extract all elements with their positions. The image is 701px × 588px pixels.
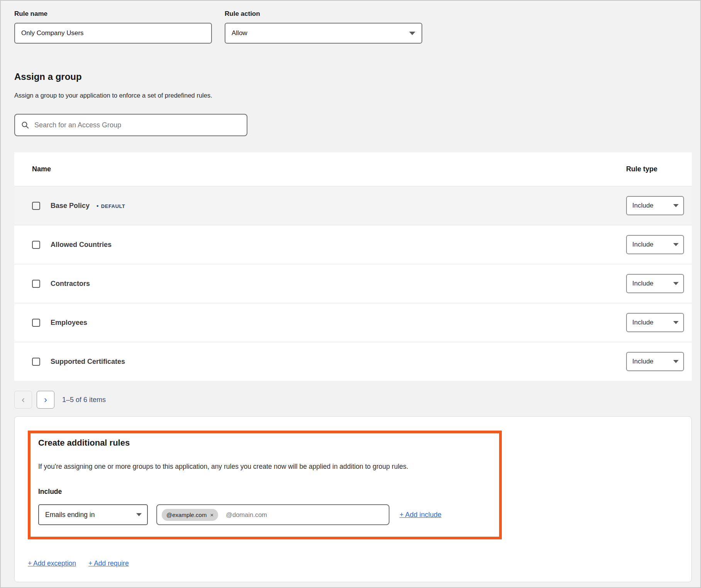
pagination: ‹ › 1–5 of 6 items xyxy=(14,391,690,409)
row-ruletype-cell: Include xyxy=(626,274,692,293)
row-name-cell: Base Policy •DEFAULT xyxy=(14,202,626,210)
row-name-cell: Supported Certificates xyxy=(14,358,626,366)
search-input[interactable] xyxy=(34,121,240,129)
add-include-link[interactable]: + Add include xyxy=(400,511,442,519)
search-icon xyxy=(21,121,29,129)
table-row-employees: Employees Include xyxy=(14,303,692,342)
chevron-down-icon xyxy=(136,513,142,516)
row-name-cell: Contractors xyxy=(14,280,626,288)
rule-name-field-group: Rule name xyxy=(14,10,212,44)
table-row-base-policy: Base Policy •DEFAULT Include xyxy=(14,186,692,225)
previous-page-button[interactable]: ‹ xyxy=(14,391,32,409)
rule-type-value: Include xyxy=(632,241,654,248)
table-header-row: Name Rule type xyxy=(14,152,692,186)
table-row-contractors: Contractors Include xyxy=(14,264,692,303)
chevron-down-icon xyxy=(673,282,679,285)
chevron-down-icon xyxy=(673,360,679,363)
email-domain-input[interactable] xyxy=(226,511,384,519)
add-require-link[interactable]: + Add require xyxy=(88,559,129,568)
row-ruletype-cell: Include xyxy=(626,235,692,254)
chevron-down-icon xyxy=(409,32,415,35)
rule-criteria-select[interactable]: Emails ending in xyxy=(38,504,148,525)
rule-form: Rule name Rule action Allow xyxy=(14,10,690,44)
rule-type-dropdown[interactable]: Include xyxy=(626,274,684,293)
name-column-header: Name xyxy=(32,165,51,173)
rule-action-select[interactable]: Allow xyxy=(225,23,422,44)
name-column-header-cell: Name xyxy=(14,165,626,173)
group-name: Employees xyxy=(51,319,87,327)
row-name-cell: Allowed Countries xyxy=(14,241,626,249)
pagination-summary: 1–5 of 6 items xyxy=(62,396,106,404)
badge-dot: • xyxy=(97,203,99,209)
chevron-left-icon: ‹ xyxy=(22,394,25,405)
table-row-supported-certificates: Supported Certificates Include xyxy=(14,342,692,381)
next-page-button[interactable]: › xyxy=(37,391,54,409)
table-row-allowed-countries: Allowed Countries Include xyxy=(14,225,692,264)
chevron-down-icon xyxy=(673,243,679,246)
ruletype-column-header-cell: Rule type xyxy=(626,165,692,173)
chevron-down-icon xyxy=(673,204,679,207)
ruletype-column-header: Rule type xyxy=(626,165,657,173)
rule-action-field-group: Rule action Allow xyxy=(225,10,422,44)
row-checkbox[interactable] xyxy=(32,202,40,210)
default-badge: •DEFAULT xyxy=(97,203,125,209)
row-checkbox[interactable] xyxy=(32,358,40,366)
access-group-search[interactable] xyxy=(14,114,247,136)
create-additional-rules-heading: Create additional rules xyxy=(38,438,488,448)
create-additional-rules-description: If you're assigning one or more groups t… xyxy=(38,463,488,471)
rule-type-dropdown[interactable]: Include xyxy=(626,196,684,215)
rule-name-label: Rule name xyxy=(14,10,212,18)
rule-action-label: Rule action xyxy=(225,10,422,18)
email-domain-chip: @example.com × xyxy=(162,509,218,521)
rule-type-value: Include xyxy=(632,319,654,326)
rule-type-value: Include xyxy=(632,202,654,210)
access-rule-page: Rule name Rule action Allow Assign a gro… xyxy=(1,1,700,582)
row-ruletype-cell: Include xyxy=(626,313,692,332)
rule-action-value: Allow xyxy=(232,29,247,37)
row-ruletype-cell: Include xyxy=(626,352,692,371)
row-checkbox[interactable] xyxy=(32,319,40,327)
chevron-down-icon xyxy=(673,321,679,324)
include-rule-row: Emails ending in @example.com × + Add in… xyxy=(38,504,488,525)
add-exception-link[interactable]: + Add exception xyxy=(28,559,76,568)
badge-text: DEFAULT xyxy=(101,203,125,209)
group-name: Base Policy xyxy=(51,202,90,210)
email-domain-tag-input[interactable]: @example.com × xyxy=(156,504,389,525)
additional-rules-card: Create additional rules If you're assign… xyxy=(14,416,692,582)
row-ruletype-cell: Include xyxy=(626,196,692,215)
rule-type-value: Include xyxy=(632,280,654,287)
rule-action-links: + Add exception + Add require xyxy=(28,559,691,568)
remove-chip-icon[interactable]: × xyxy=(210,512,213,518)
include-section-label: Include xyxy=(38,488,488,496)
group-name: Allowed Countries xyxy=(51,241,112,249)
group-name: Contractors xyxy=(51,280,90,288)
rule-type-dropdown[interactable]: Include xyxy=(626,352,684,371)
rule-type-dropdown[interactable]: Include xyxy=(626,313,684,332)
row-checkbox[interactable] xyxy=(32,241,40,249)
chip-label: @example.com xyxy=(166,512,207,518)
rule-type-dropdown[interactable]: Include xyxy=(626,235,684,254)
group-name: Supported Certificates xyxy=(51,358,125,366)
row-checkbox[interactable] xyxy=(32,280,40,288)
access-groups-table: Name Rule type Base Policy •DEFAULT Incl… xyxy=(14,152,692,381)
rule-criteria-value: Emails ending in xyxy=(45,511,95,519)
row-name-cell: Employees xyxy=(14,319,626,327)
assign-group-heading: Assign a group xyxy=(14,71,690,82)
rule-type-value: Include xyxy=(632,358,654,365)
rule-name-input[interactable] xyxy=(14,23,212,44)
highlighted-region: Create additional rules If you're assign… xyxy=(28,431,502,539)
assign-group-description: Assign a group to your application to en… xyxy=(14,92,690,99)
chevron-right-icon: › xyxy=(44,394,47,405)
